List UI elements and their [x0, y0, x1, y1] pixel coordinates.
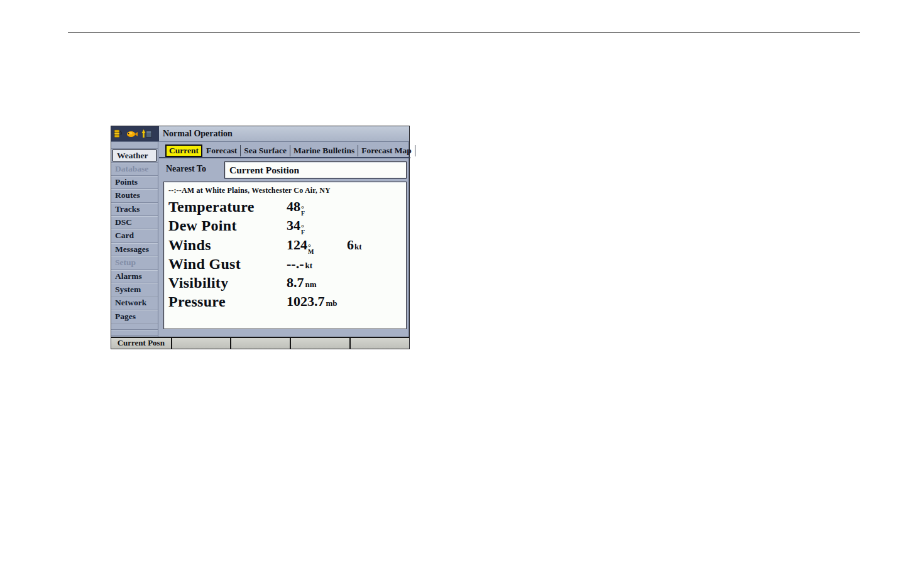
softkey-empty [291, 338, 351, 349]
metric-value: 8.7nm [287, 273, 317, 294]
metric-label: Visibility [168, 273, 228, 292]
row-wind-gust: Wind Gust --.-kt [168, 254, 402, 273]
row-dew-point: Dew Point 34°F [168, 216, 402, 235]
weather-report-panel: --:--AM at White Plains, Westchester Co … [163, 182, 407, 329]
softkey-bar: Current Posn [111, 337, 409, 349]
sidebar-empty-row [111, 324, 158, 330]
metric-value: 124°M [287, 236, 314, 256]
sidebar-item-setup: Setup [111, 256, 158, 270]
weather-content: Current Forecast Sea Surface Marine Bull… [159, 142, 410, 338]
row-temperature: Temperature 48°F [168, 197, 402, 216]
page-title: Normal Operation [163, 126, 233, 141]
station-line: --:--AM at White Plains, Westchester Co … [168, 186, 402, 195]
title-bar: Normal Operation [111, 126, 409, 142]
metric-label: Temperature [168, 197, 255, 216]
coins-status-icon [114, 129, 123, 139]
sidebar-item-alarms[interactable]: Alarms [111, 270, 158, 283]
sidebar-item-points[interactable]: Points [111, 176, 158, 189]
metric-value: 48°F [287, 197, 305, 218]
degree-unit: °F [301, 225, 305, 235]
tab-current[interactable]: Current [165, 144, 202, 157]
sidebar-item-network[interactable]: Network [111, 297, 158, 310]
weather-rows: Temperature 48°F Dew Point 34°F Winds 12… [168, 197, 402, 312]
row-pressure: Pressure 1023.7mb [168, 292, 402, 311]
metric-label: Wind Gust [168, 254, 241, 273]
degree-unit: °F [301, 206, 305, 216]
row-winds: Winds 124°M 6kt [168, 236, 402, 254]
data-card-status-icon [141, 129, 152, 139]
tab-marine-bulletins[interactable]: Marine Bulletins [290, 145, 358, 156]
gps-device-screen: Normal Operation Weather Database Points… [111, 126, 410, 349]
fish-status-icon [126, 129, 138, 139]
nearest-to-row: Nearest To Current Position [159, 161, 410, 178]
page-rule [68, 32, 860, 33]
metric-value-secondary: 6kt [347, 236, 362, 256]
metric-value: 34°F [287, 216, 305, 237]
sidebar-item-database: Database [111, 162, 158, 175]
softkey-empty [172, 338, 232, 349]
softkey-empty [351, 338, 409, 349]
metric-label: Pressure [168, 292, 226, 311]
row-visibility: Visibility 8.7nm [168, 273, 402, 292]
tab-forecast-map[interactable]: Forecast Map [358, 145, 415, 156]
status-icon-strip [111, 126, 159, 141]
sidebar-item-tracks[interactable]: Tracks [111, 203, 158, 216]
metric-label: Winds [168, 236, 211, 254]
nearest-to-select[interactable]: Current Position [224, 161, 407, 178]
sidebar-item-dsc[interactable]: DSC [111, 216, 158, 229]
sidebar-item-pages[interactable]: Pages [111, 310, 158, 324]
sidebar-item-messages[interactable]: Messages [111, 243, 158, 256]
sidebar-item-system[interactable]: System [111, 283, 158, 297]
sidebar-empty-row [111, 330, 158, 336]
degree-unit: °M [308, 244, 314, 254]
tab-sea-surface[interactable]: Sea Surface [241, 145, 290, 156]
tab-forecast[interactable]: Forecast [203, 145, 241, 156]
sidebar-item-weather[interactable]: Weather [112, 150, 156, 161]
softkey-current-posn[interactable]: Current Posn [111, 338, 172, 349]
sidebar-spacer [111, 142, 158, 149]
sidebar-item-card[interactable]: Card [111, 229, 158, 242]
metric-value: 1023.7mb [287, 292, 337, 313]
metric-label: Dew Point [168, 216, 237, 235]
sidebar-item-routes[interactable]: Routes [111, 189, 158, 202]
weather-tabs: Current Forecast Sea Surface Marine Bull… [159, 144, 410, 158]
nearest-to-label: Nearest To [166, 164, 206, 174]
metric-value: --.-kt [287, 254, 312, 275]
softkey-empty [231, 338, 291, 349]
sidebar-menu: Weather Database Points Routes Tracks DS… [111, 142, 158, 338]
